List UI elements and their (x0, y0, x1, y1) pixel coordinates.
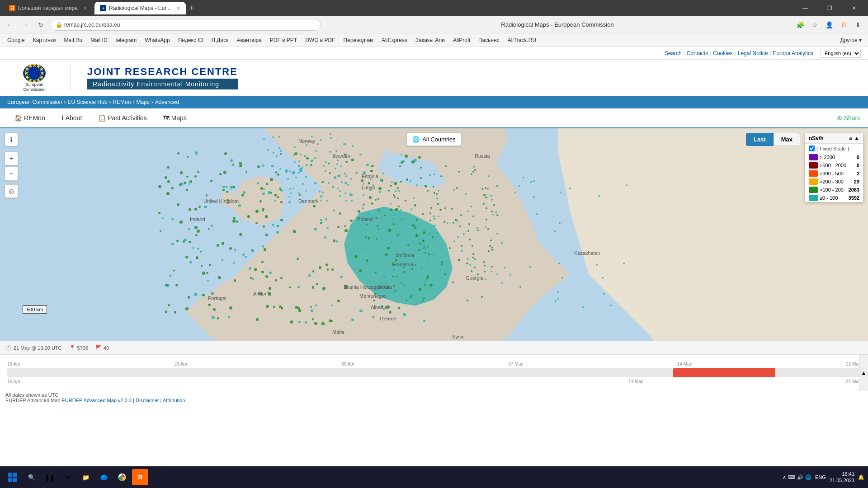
nav-past-activities[interactable]: 📋 Past Activities (91, 111, 154, 125)
map-container[interactable]: Norway Sweden Russia Estonia Latvia Denm… (0, 128, 868, 341)
nav-maps[interactable]: 🗺 Maps (156, 111, 194, 125)
max-button[interactable]: Max (774, 133, 800, 146)
tab-2-title: Radiological Maps - Eur... (109, 5, 171, 11)
zoom-out-button[interactable]: − (5, 167, 18, 181)
svg-point-0 (26, 65, 42, 81)
taskbar-yandex[interactable]: Я (132, 469, 148, 485)
bookmark-button[interactable]: ☆ (808, 19, 821, 31)
timeline-inner: 16 Apr23 Apr30 Apr07 May14 May21 May 16 … (0, 358, 868, 388)
profile-button[interactable]: 👤 (823, 19, 835, 31)
bookmark-telegram[interactable]: telegram (112, 36, 141, 44)
systray-network[interactable]: 🌐 (805, 474, 811, 480)
maps-icon: 🗺 (163, 114, 170, 122)
map-controls: ℹ + − ◎ (5, 133, 18, 198)
map-version-link[interactable]: EURDEP Advanced Map v2.0.3 (62, 398, 132, 403)
bookmark-google[interactable]: Google (4, 36, 28, 44)
tab-2-close[interactable]: ✕ (176, 5, 180, 11)
systray-keyboard[interactable]: ⌨ (788, 474, 795, 480)
bookmark-alitrack[interactable]: AliTrack.RU (504, 36, 540, 44)
bookmark-translator[interactable]: Переводчик (340, 36, 377, 44)
last-max-buttons: Last Max (746, 133, 800, 146)
locate-button[interactable]: ◎ (5, 184, 18, 198)
legend-row: >100 - 200 2083 (805, 186, 863, 194)
nav-about[interactable]: ℹ About (54, 111, 90, 125)
ec-logo: European Commission (7, 64, 61, 91)
taskbar-files[interactable]: 📁 (78, 469, 94, 485)
extensions-button[interactable]: 🧩 (794, 19, 807, 31)
taskbar-mail[interactable]: ✉ (60, 469, 76, 485)
browser-actions: 🧩 ☆ 👤 Я ⬇ (794, 19, 864, 31)
new-tab-button[interactable]: + (188, 2, 196, 15)
attribution-link[interactable]: Attribution (163, 398, 185, 403)
flag-count-text: 40 (104, 345, 109, 351)
legal-notice-link[interactable]: Legal Notice (738, 50, 768, 56)
close-button[interactable]: ✕ (844, 0, 864, 16)
svg-rect-14 (8, 473, 12, 477)
refresh-button[interactable]: ↻ (34, 19, 47, 31)
minimize-button[interactable]: — (795, 0, 816, 16)
breadcrumb-hub[interactable]: EU Science Hub (67, 99, 107, 105)
bookmark-yadisk[interactable]: Я.Диск (208, 36, 232, 44)
all-countries-button[interactable]: 🌐 All Countries (406, 133, 462, 146)
nav-remon[interactable]: 🏠 REMon (7, 111, 52, 125)
address-bar[interactable]: 🔒 remap.jrc.ec.europa.eu (50, 19, 321, 31)
tab-1-favicon: Я (9, 5, 15, 11)
bookmark-aliprofi[interactable]: AliProfi (449, 36, 474, 44)
search-link[interactable]: Search (665, 50, 682, 56)
bookmark-mailid[interactable]: Mail ID (87, 36, 111, 44)
contacts-link[interactable]: Contacts (687, 50, 708, 56)
bookmark-aliexpress[interactable]: AliExpress (378, 36, 411, 44)
station-count-text: 5706 (77, 345, 88, 351)
breadcrumb: European Commission › EU Science Hub › R… (0, 96, 868, 108)
taskbar-search[interactable]: 🔍 (24, 469, 40, 485)
legend-color-swatch (809, 178, 818, 185)
legend-row-count: 2 (857, 171, 859, 176)
jrc-subtitle: Radioactivity Environmental Monitoring (87, 79, 238, 89)
legend-collapse-icon[interactable]: ▲ (854, 135, 859, 141)
disclaimer-link[interactable]: Disclaimer (136, 398, 159, 403)
timeline-bar[interactable] (7, 368, 861, 377)
taskbar: 🔍 ❚❚ ✉ 📁 Я ∧ ⌨ 🔊 🌐 ENG 18:41 21.05.2023 (0, 466, 868, 488)
forward-button[interactable]: → (19, 19, 32, 31)
bookmark-more[interactable]: Другое ▾ (838, 36, 864, 44)
bookmark-avantura[interactable]: Авантюра (233, 36, 265, 44)
zoom-in-button[interactable]: + (5, 152, 18, 165)
fixed-scale-checkbox[interactable] (809, 145, 815, 151)
europa-analytics-link[interactable]: Europa Analytics (773, 50, 813, 56)
legend-menu-icon[interactable]: ≡ (849, 135, 852, 141)
legend-row: > 2000 0 (805, 153, 863, 161)
bookmark-whatsapp[interactable]: WhatsApp (141, 36, 173, 44)
share-button[interactable]: ⊕ Share (837, 114, 861, 122)
bookmark-mailru[interactable]: Mail.Ru (61, 36, 86, 44)
yandex-icon-btn[interactable]: Я (837, 19, 850, 31)
breadcrumb-remon[interactable]: REMon (113, 99, 131, 105)
taskbar-task-view[interactable]: ❚❚ (42, 469, 58, 485)
last-button[interactable]: Last (746, 133, 774, 146)
bookmark-solitaire[interactable]: Пасьянс (475, 36, 503, 44)
language-select[interactable]: English (en) (821, 49, 861, 58)
breadcrumb-maps[interactable]: Maps (136, 99, 149, 105)
bookmark-aliorders[interactable]: Заказы Али (412, 36, 448, 44)
legend-color-swatch (809, 170, 818, 177)
taskbar-chrome[interactable] (114, 469, 130, 485)
back-button[interactable]: ← (4, 19, 16, 31)
download-button[interactable]: ⬇ (852, 19, 864, 31)
breadcrumb-ec[interactable]: European Commission (7, 99, 62, 105)
systray-chevron[interactable]: ∧ (783, 474, 786, 480)
cookies-link[interactable]: Cookies (713, 50, 732, 56)
taskbar-edge[interactable] (96, 469, 112, 485)
bookmark-pictures[interactable]: Картинки (29, 36, 60, 44)
tab-2[interactable]: ★ Radiological Maps - Eur... ✕ (94, 2, 186, 14)
tab-1[interactable]: Я Большой передел мира ✕ (4, 2, 93, 14)
start-button[interactable] (4, 468, 22, 486)
tab-1-close[interactable]: ✕ (83, 5, 87, 11)
map-background (0, 128, 868, 341)
notification-icon[interactable]: 🔔 (858, 474, 864, 480)
bookmark-dwg2pdf[interactable]: DWG в PDF (302, 36, 339, 44)
maximize-button[interactable]: ❐ (819, 0, 840, 16)
bookmark-yandexid[interactable]: Яндекс ID (175, 36, 207, 44)
map-status: 🕐 21 May @ 13:00 UTC 📍 5706 🚩 40 (0, 341, 868, 354)
systray-volume[interactable]: 🔊 (797, 474, 803, 480)
bookmark-pdf2ppt[interactable]: PDF в PPT (266, 36, 301, 44)
info-button[interactable]: ℹ (5, 133, 18, 146)
